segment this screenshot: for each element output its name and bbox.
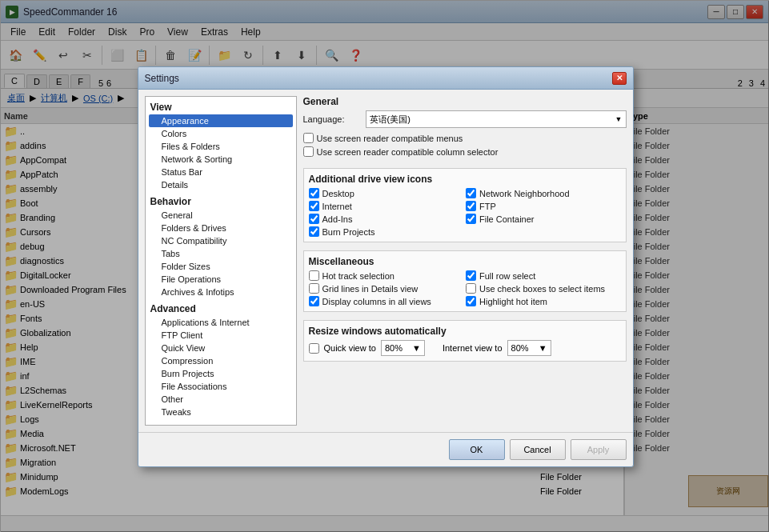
burn-projects-icon-label: Burn Projects: [322, 227, 375, 237]
ftp-icon-check[interactable]: FTP: [466, 201, 621, 211]
display-columns-label: Display columns in all views: [322, 297, 431, 306]
tree-item-folder-sizes[interactable]: Folder Sizes: [149, 260, 293, 273]
internet-icon-check[interactable]: Internet: [309, 201, 464, 211]
tree-behavior-label: Behavior: [149, 194, 293, 209]
tree-item-ftp-client[interactable]: FTP Client: [149, 329, 293, 342]
modal-overlay: Settings ✕ View Appearance Colors Files …: [1, 1, 769, 532]
grid-lines-input[interactable]: [309, 283, 319, 294]
resize-title: Resize windows automatically: [309, 326, 621, 337]
drive-icons-grid: Desktop Network Neighborhood Internet: [309, 188, 621, 237]
internet-view-label: Internet view to: [443, 343, 503, 353]
quick-view-value: 80%: [385, 343, 403, 353]
general-title: General: [303, 96, 627, 107]
hot-track-check[interactable]: Hot track selection: [309, 270, 464, 281]
dialog-title: Settings: [145, 73, 179, 84]
dialog-footer: OK Cancel Apply: [138, 432, 633, 466]
addins-icon-check[interactable]: Add-Ins: [309, 214, 464, 224]
full-row-check[interactable]: Full row select: [466, 270, 621, 281]
tree-item-applications-internet[interactable]: Applications & Internet: [149, 316, 293, 329]
full-row-input[interactable]: [466, 270, 476, 281]
cancel-button[interactable]: Cancel: [510, 439, 566, 460]
tree-item-quick-view[interactable]: Quick View: [149, 342, 293, 354]
language-select[interactable]: 英语(美国) ▼: [366, 110, 627, 128]
tree-view-label: View: [149, 100, 293, 114]
file-container-icon-input[interactable]: [466, 214, 476, 224]
highlight-hot-check[interactable]: Highlight hot item: [466, 296, 621, 306]
tree-item-file-associations[interactable]: File Associations: [149, 380, 293, 393]
general-section: General Language: 英语(美国) ▼ Use screen: [303, 96, 627, 160]
internet-icon-label: Internet: [322, 202, 352, 211]
display-columns-check[interactable]: Display columns in all views: [309, 296, 464, 306]
misc-section: Miscellaneous Hot track selection Full r…: [303, 250, 627, 312]
tree-advanced-label: Advanced: [149, 302, 293, 316]
tree-item-network-sorting[interactable]: Network & Sorting: [149, 153, 293, 166]
ok-button[interactable]: OK: [449, 439, 505, 460]
screen-reader-column-check[interactable]: Use screen reader compatible column sele…: [303, 146, 627, 157]
hot-track-label: Hot track selection: [322, 271, 395, 281]
app-window: ▶ SpeedCommander 16 ─ □ ✕ File Edit Fold…: [0, 0, 769, 532]
tree-item-details[interactable]: Details: [149, 178, 293, 191]
burn-projects-icon-check[interactable]: Burn Projects: [309, 226, 464, 237]
screen-reader-menus-check[interactable]: Use screen reader compatible menus: [303, 133, 627, 143]
quick-view-select[interactable]: 80% ▼: [381, 340, 425, 356]
tree-item-colors[interactable]: Colors: [149, 127, 293, 140]
tree-item-tabs[interactable]: Tabs: [149, 247, 293, 260]
screen-reader-column-label: Use screen reader compatible column sele…: [317, 147, 499, 157]
full-row-label: Full row select: [479, 271, 535, 281]
dialog-close-button[interactable]: ✕: [612, 72, 627, 85]
tree-item-folders-drives[interactable]: Folders & Drives: [149, 222, 293, 234]
grid-lines-label: Grid lines in Details view: [322, 284, 419, 294]
ftp-icon-input[interactable]: [466, 201, 476, 211]
internet-view-value: 80%: [511, 343, 529, 353]
tree-item-burn-projects[interactable]: Burn Projects: [149, 367, 293, 380]
misc-title: Miscellaneous: [309, 256, 621, 267]
highlight-hot-input[interactable]: [466, 296, 476, 306]
dialog-title-bar: Settings ✕: [138, 67, 633, 90]
network-neighborhood-input[interactable]: [466, 188, 476, 198]
settings-dialog: Settings ✕ View Appearance Colors Files …: [138, 66, 634, 467]
internet-view-select[interactable]: 80% ▼: [507, 340, 551, 356]
network-neighborhood-icon-check[interactable]: Network Neighborhood: [466, 188, 621, 198]
settings-content: General Language: 英语(美国) ▼ Use screen: [303, 96, 627, 426]
burn-projects-icon-input[interactable]: [309, 226, 319, 237]
tree-item-compression[interactable]: Compression: [149, 354, 293, 367]
tree-item-appearance[interactable]: Appearance: [149, 114, 293, 127]
tree-item-status-bar[interactable]: Status Bar: [149, 166, 293, 178]
misc-grid: Hot track selection Full row select Grid…: [309, 270, 621, 306]
ftp-icon-label: FTP: [479, 202, 496, 211]
tree-section-view: View Appearance Colors Files & Folders N…: [149, 100, 293, 191]
desktop-icon-label: Desktop: [322, 189, 354, 198]
internet-view-arrow-icon: ▼: [539, 343, 547, 353]
file-container-icon-label: File Container: [479, 214, 534, 224]
language-arrow-icon: ▼: [615, 115, 623, 123]
check-boxes-input[interactable]: [466, 283, 476, 294]
addins-icon-label: Add-Ins: [322, 214, 353, 224]
apply-button[interactable]: Apply: [571, 439, 627, 460]
tree-item-file-operations[interactable]: File Operations: [149, 273, 293, 286]
tree-item-tweaks[interactable]: Tweaks: [149, 406, 293, 418]
tree-item-other[interactable]: Other: [149, 393, 293, 406]
screen-reader-checks: Use screen reader compatible menus Use s…: [303, 133, 627, 157]
language-row: Language: 英语(美国) ▼: [303, 110, 627, 128]
file-container-icon-check[interactable]: File Container: [466, 214, 621, 224]
drive-icons-title: Additional drive view icons: [309, 174, 621, 185]
tree-item-files-folders[interactable]: Files & Folders: [149, 140, 293, 153]
display-columns-input[interactable]: [309, 296, 319, 306]
screen-reader-column-input[interactable]: [303, 146, 314, 157]
check-boxes-check[interactable]: Use check boxes to select items: [466, 283, 621, 294]
dialog-body: View Appearance Colors Files & Folders N…: [138, 90, 633, 432]
addins-icon-input[interactable]: [309, 214, 319, 224]
tree-item-nc-compat[interactable]: NC Compatibility: [149, 234, 293, 247]
highlight-hot-label: Highlight hot item: [479, 297, 547, 306]
tree-item-archives-infotips[interactable]: Archives & Infotips: [149, 286, 293, 298]
hot-track-input[interactable]: [309, 270, 319, 281]
screen-reader-menus-input[interactable]: [303, 133, 314, 143]
quick-view-checkbox[interactable]: [309, 343, 319, 354]
tree-section-advanced: Advanced Applications & Internet FTP Cli…: [149, 302, 293, 418]
tree-item-general[interactable]: General: [149, 209, 293, 222]
desktop-icon-check[interactable]: Desktop: [309, 188, 464, 198]
desktop-icon-input[interactable]: [309, 188, 319, 198]
internet-icon-input[interactable]: [309, 201, 319, 211]
quick-view-label: Quick view to: [324, 343, 376, 353]
grid-lines-check[interactable]: Grid lines in Details view: [309, 283, 464, 294]
